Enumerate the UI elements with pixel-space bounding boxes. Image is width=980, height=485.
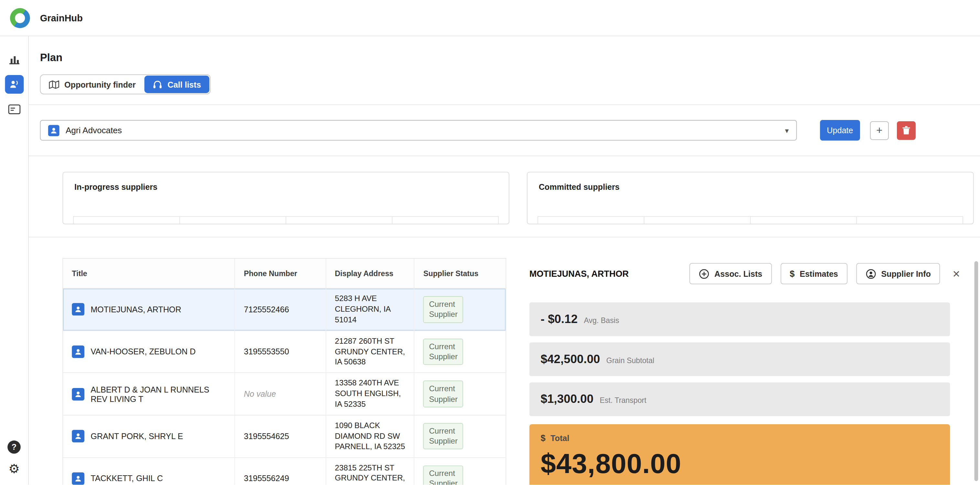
sidebar-item-plan[interactable] [5,75,23,94]
address-cell: 1090 BLACK DIAMOND RD SW PARNELL, IA 523… [326,415,415,457]
sidebar-item-analytics[interactable] [5,50,23,69]
empty-table-header [538,216,963,224]
plus-icon: + [876,124,882,137]
estimates-button[interactable]: $ Estimates [780,263,847,285]
sidebar-bottom: ? ⚙ [8,440,21,485]
call-list-toolbar: Agri Advocates ▾ Update + [40,120,980,141]
call-list-select-value: Agri Advocates [66,126,122,135]
main-content: Plan Opportunity finder Call lists Agri … [29,36,980,485]
table-header-row: Title Phone Number Display Address Suppl… [63,259,506,289]
empty-header-cell [644,216,750,224]
user-circle-icon [865,269,876,279]
stat-label: Avg. Basis [584,316,619,324]
empty-header-cell [856,216,963,224]
detail-title: MOTIEJUNAS, ARTHOR [530,269,629,279]
button-label: Supplier Info [881,269,931,278]
stat-label: Grain Subtotal [606,356,654,365]
bar-chart-icon [8,53,21,66]
contact-icon [72,345,84,358]
empty-header-cell [286,216,392,224]
detail-stats: - $0.12 Avg. Basis $42,500.00 Grain Subt… [530,302,950,416]
address-cell: 13358 240TH AVE SOUTH ENGLISH, IA 52335 [326,373,415,415]
content-row: Title Phone Number Display Address Suppl… [40,258,980,485]
stat-card: $1,300.00 Est. Transport [530,383,950,416]
tab-opportunity-finder[interactable]: Opportunity finder [41,75,144,94]
table-row[interactable]: ALBERT D & JOAN L RUNNELS REV LIVING T N… [63,373,506,415]
detail-header: MOTIEJUNAS, ARTHOR Assoc. Lists $ Estima… [530,263,963,285]
empty-header-cell [538,216,644,224]
close-detail-button[interactable]: × [953,267,960,280]
supplier-panels: In-progress suppliers Committed supplier… [40,172,980,224]
button-label: Estimates [800,269,838,278]
column-header-title[interactable]: Title [63,259,235,288]
contact-share-icon [8,79,20,90]
table-row[interactable]: MOTIEJUNAS, ARTHOR 7125552466 5283 H AVE… [63,289,506,331]
suppliers-table: Title Phone Number Display Address Suppl… [62,258,506,485]
update-button[interactable]: Update [820,120,860,141]
app-name: GrainHub [40,13,83,23]
empty-header-cell [392,216,499,224]
title-cell: MOTIEJUNAS, ARTHOR [63,289,235,331]
table-row[interactable]: VAN-HOOSER, ZEBULON D 3195553550 21287 2… [63,331,506,373]
committed-suppliers-panel: Committed suppliers [527,172,974,224]
supplier-title: TACKKETT, GHIL C [91,474,163,483]
status-cell: Current Supplier [415,458,506,485]
status-cell: Current Supplier [415,331,506,372]
title-cell: GRANT PORK, SHRYL E [63,415,235,457]
vertical-scrollbar[interactable] [975,261,978,481]
supplier-info-button[interactable]: Supplier Info [856,263,940,285]
assoc-lists-button[interactable]: Assoc. Lists [690,263,772,285]
grainhub-logo-icon [10,8,30,28]
phone-cell: 3195554625 [235,415,326,457]
tab-label: Call lists [167,80,201,89]
stat-card: - $0.12 Avg. Basis [530,302,950,336]
column-header-status[interactable]: Supplier Status [415,259,506,288]
divider [29,105,980,105]
divider [29,237,980,237]
total-value: $43,800.00 [541,448,939,480]
close-icon: × [953,267,960,281]
supplier-title: ALBERT D & JOAN L RUNNELS REV LIVING T [91,385,226,404]
title-cell: ALBERT D & JOAN L RUNNELS REV LIVING T [63,373,235,415]
sidebar-item-contracts[interactable] [5,100,23,119]
supplier-title: MOTIEJUNAS, ARTHOR [91,305,181,314]
status-cell: Current Supplier [415,415,506,457]
delete-list-button[interactable] [897,121,916,140]
supplier-detail-panel: MOTIEJUNAS, ARTHOR Assoc. Lists $ Estima… [530,258,963,485]
status-cell: Current Supplier [415,289,506,331]
trash-icon [902,126,910,135]
settings-button[interactable]: ⚙ [8,463,20,475]
column-header-address[interactable]: Display Address [326,259,415,288]
status-badge: Current Supplier [423,465,463,485]
call-list-icon [48,125,59,136]
empty-table-header [73,216,499,224]
top-bar: GrainHub [0,0,980,36]
phone-cell: 3195556249 [235,458,326,485]
table-row[interactable]: GRANT PORK, SHRYL E 3195554625 1090 BLAC… [63,415,506,458]
dollar-icon: $ [541,433,546,443]
gear-icon: ⚙ [8,462,20,475]
status-badge: Current Supplier [423,339,463,365]
status-badge: Current Supplier [423,296,463,323]
phone-cell: 7125552466 [235,289,326,331]
column-header-phone[interactable]: Phone Number [235,259,326,288]
contact-icon [72,472,84,485]
status-badge: Current Supplier [423,380,463,407]
map-icon [49,80,59,89]
dollar-icon: $ [790,269,795,279]
table-row[interactable]: TACKKETT, GHIL C 3195556249 23815 225TH … [63,458,506,485]
stat-value: $1,300.00 [541,393,593,406]
plus-circle-icon [699,269,710,279]
call-list-select[interactable]: Agri Advocates ▾ [40,120,797,141]
help-button[interactable]: ? [8,440,21,454]
add-list-button[interactable]: + [870,121,889,140]
plan-tab-group: Opportunity finder Call lists [40,75,210,94]
in-progress-suppliers-panel: In-progress suppliers [62,172,509,224]
total-label: Total [550,433,569,443]
id-card-icon [8,105,21,114]
sidebar: ? ⚙ [0,36,29,485]
divider [29,156,980,156]
empty-header-cell [750,216,856,224]
tab-call-lists[interactable]: Call lists [145,76,209,93]
panel-title: Committed suppliers [528,172,973,192]
